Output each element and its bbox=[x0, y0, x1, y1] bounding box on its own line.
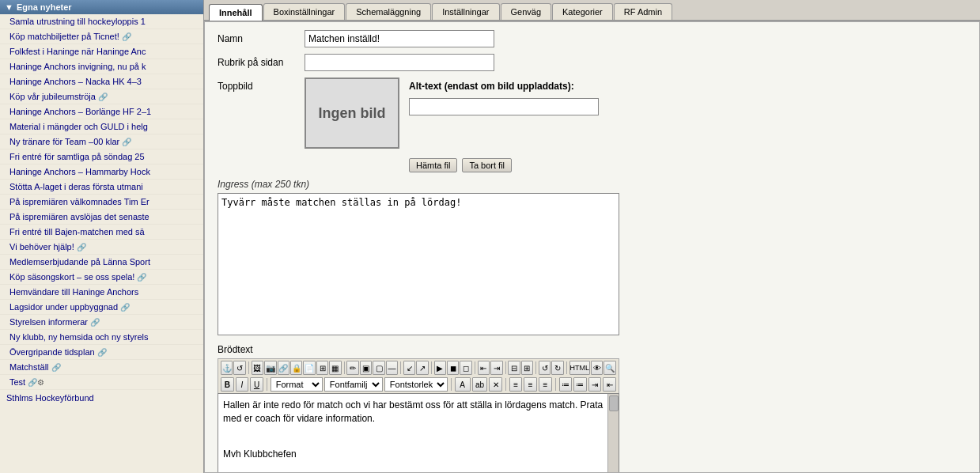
anchor-icon-btn[interactable]: ⚓ bbox=[221, 361, 233, 375]
sidebar-item-label-13: På ispremiären avslöjas det senaste bbox=[9, 212, 149, 221]
scrollbar-thumb[interactable] bbox=[609, 395, 619, 411]
highlight-btn[interactable]: ab bbox=[472, 377, 488, 392]
align-right-btn[interactable]: ≡ bbox=[539, 377, 552, 392]
form2-btn[interactable]: ▢ bbox=[373, 361, 384, 375]
ingress-textarea[interactable] bbox=[218, 193, 619, 335]
sidebar-item-9[interactable]: Fri entré för samtliga på söndag 25 bbox=[0, 149, 203, 165]
sidebar-item-14[interactable]: Fri entré till Bajen-matchen med sä bbox=[0, 225, 203, 240]
sidebar-item-20[interactable]: Styrelsen informerar🔗 bbox=[0, 315, 203, 330]
ol-btn[interactable]: ≔ bbox=[573, 377, 587, 392]
tab-innehåll[interactable]: Innehåll bbox=[209, 4, 263, 21]
sidebar-item-0[interactable]: Samla utrustning till hockeyloppis 1 bbox=[0, 14, 203, 29]
indent2-btn[interactable]: ⇥ bbox=[588, 377, 602, 392]
ingress-container bbox=[218, 193, 619, 338]
namn-row: Namn bbox=[218, 30, 967, 47]
underline-btn[interactable]: U bbox=[250, 377, 263, 392]
indent-btn[interactable]: ⇤ bbox=[478, 361, 490, 375]
sep8 bbox=[566, 361, 567, 374]
fontfamily-select[interactable]: Fontfamilj bbox=[324, 377, 383, 392]
tab-inställningar[interactable]: Inställningar bbox=[432, 3, 499, 20]
sidebar-item-19[interactable]: Lagsidor under uppbyggnad🔗 bbox=[0, 300, 203, 315]
format-select[interactable]: Format bbox=[271, 377, 323, 392]
tab-schemaläggning[interactable]: Schemaläggning bbox=[346, 3, 431, 20]
undo-btn[interactable]: ↺ bbox=[539, 361, 551, 375]
form-btn[interactable]: ▣ bbox=[360, 361, 372, 375]
alt-text-input[interactable] bbox=[409, 98, 599, 115]
table-btn[interactable]: ⊞ bbox=[316, 361, 328, 375]
hamta-fil-button[interactable]: Hämta fil bbox=[409, 158, 457, 172]
sep1 bbox=[248, 361, 249, 374]
sidebar-item-12[interactable]: På ispremiären välkomnades Tim Er bbox=[0, 195, 203, 210]
sub-btn[interactable]: ↙ bbox=[403, 361, 415, 375]
table2-btn[interactable]: ▦ bbox=[329, 361, 341, 375]
sidebar-item-23[interactable]: Matchställ🔗 bbox=[0, 360, 203, 375]
clear-format-btn[interactable]: ✕ bbox=[489, 377, 502, 392]
italic-btn[interactable]: I bbox=[236, 377, 249, 392]
media-btn[interactable]: ▶ bbox=[434, 361, 446, 375]
sidebar-item-4[interactable]: Haninge Anchors – Nacka HK 4–3 bbox=[0, 74, 203, 89]
sidebar-item-6[interactable]: Haninge Anchors – Borlänge HF 2–1 bbox=[0, 104, 203, 119]
html-btn[interactable]: HTML bbox=[569, 361, 591, 375]
editor-scrollbar[interactable] bbox=[607, 394, 619, 473]
sidebar-item-10[interactable]: Haninge Anchors – Hammarby Hock bbox=[0, 165, 203, 180]
ul-btn[interactable]: ≔ bbox=[559, 377, 573, 392]
sidebar-item-label-12: På ispremiären välkomnades Tim Er bbox=[9, 197, 149, 206]
tab-boxinställningar[interactable]: Boxinställningar bbox=[263, 3, 346, 20]
link2-btn[interactable]: 🔒 bbox=[290, 361, 302, 375]
sidebar-item-15[interactable]: Vi behöver hjälp!🔗 bbox=[0, 240, 203, 255]
undo-small-btn[interactable]: ↺ bbox=[233, 361, 245, 375]
doc-btn[interactable]: 📄 bbox=[303, 361, 315, 375]
link-btn[interactable]: 🔗 bbox=[278, 361, 289, 375]
redo-btn[interactable]: ↻ bbox=[551, 361, 563, 375]
ta-bort-fil-button[interactable]: Ta bort fil bbox=[462, 158, 512, 172]
sidebar-item-13[interactable]: På ispremiären avslöjas det senaste bbox=[0, 210, 203, 225]
item-multi-icon: 🔗⚙ bbox=[28, 378, 44, 387]
image2-btn[interactable]: 📷 bbox=[264, 361, 276, 375]
sidebar-item-1[interactable]: Köp matchbiljetter på Ticnet!🔗 bbox=[0, 29, 203, 44]
align-left-btn[interactable]: ≡ bbox=[509, 377, 523, 392]
sidebar-item-11[interactable]: Stötta A-laget i deras första utmani bbox=[0, 180, 203, 195]
sidebar-item-16[interactable]: Medlemserbjudande på Länna Sport bbox=[0, 255, 203, 270]
tab-genväg[interactable]: Genväg bbox=[501, 3, 552, 20]
sidebar-item-8[interactable]: Ny tränare för Team –00 klar🔗 bbox=[0, 134, 203, 149]
namn-input[interactable] bbox=[305, 30, 494, 47]
sidebar-item-5[interactable]: Köp vår jubileumströja🔗 bbox=[0, 89, 203, 104]
bold-btn[interactable]: B bbox=[221, 377, 234, 392]
tab-kategorier[interactable]: Kategorier bbox=[552, 3, 613, 20]
sidebar-item-22[interactable]: Övergripande tidsplan🔗 bbox=[0, 345, 203, 360]
sidebar-footer[interactable]: Sthlms Hockeyförbund bbox=[0, 390, 203, 406]
sep6 bbox=[505, 361, 506, 374]
table3-btn[interactable]: ⊟ bbox=[508, 361, 520, 375]
sup-btn[interactable]: ↗ bbox=[416, 361, 428, 375]
preview-btn[interactable]: 👁 bbox=[591, 361, 603, 375]
editor-area[interactable]: Hallen är inte redo för match och vi har… bbox=[218, 393, 619, 473]
fontsize-select[interactable]: Fontstorlek bbox=[384, 377, 448, 392]
ingress-section: Ingress (max 250 tkn) bbox=[218, 179, 967, 338]
sidebar-item-label-19: Lagsidor under uppbyggnad bbox=[9, 302, 118, 312]
editor-line1: Hallen är inte redo för match och vi har… bbox=[223, 399, 614, 426]
sidebar-item-7[interactable]: Material i mängder och GULD i helg bbox=[0, 119, 203, 134]
media2-btn[interactable]: ◼ bbox=[447, 361, 459, 375]
sidebar-item-24[interactable]: Test🔗⚙ bbox=[0, 375, 203, 390]
outdent-btn[interactable]: ⇥ bbox=[490, 361, 502, 375]
sidebar-item-label-22: Övergripande tidsplan bbox=[9, 347, 95, 357]
table4-btn[interactable]: ⊞ bbox=[521, 361, 533, 375]
sidebar-item-18[interactable]: Hemvändare till Haninge Anchors bbox=[0, 285, 203, 300]
tab-rf-admin[interactable]: RF Admin bbox=[614, 3, 672, 20]
align-center-btn[interactable]: ≡ bbox=[524, 377, 537, 392]
sidebar-item-17[interactable]: Köp säsongskort – se oss spela!🔗 bbox=[0, 270, 203, 285]
rubrik-input[interactable] bbox=[305, 54, 494, 71]
search-btn[interactable]: 🔍 bbox=[604, 361, 615, 375]
sidebar-item-21[interactable]: Ny klubb, ny hemsida och ny styrels bbox=[0, 330, 203, 345]
main-panel: InnehållBoxinställningarSchemaläggningIn… bbox=[204, 0, 980, 473]
sidebar-item-3[interactable]: Haninge Anchors invigning, nu på k bbox=[0, 59, 203, 74]
outdent2-btn[interactable]: ⇤ bbox=[603, 377, 616, 392]
image-btn[interactable]: 🖼 bbox=[252, 361, 263, 375]
sep2 bbox=[344, 361, 345, 374]
sidebar-item-2[interactable]: Folkfest i Haninge när Haninge Anc bbox=[0, 44, 203, 59]
edit-btn[interactable]: ✏ bbox=[346, 361, 358, 375]
sep11 bbox=[505, 378, 506, 391]
media3-btn[interactable]: ◻ bbox=[460, 361, 471, 375]
color-btn[interactable]: A bbox=[455, 377, 471, 392]
hr-btn[interactable]: — bbox=[386, 361, 398, 375]
